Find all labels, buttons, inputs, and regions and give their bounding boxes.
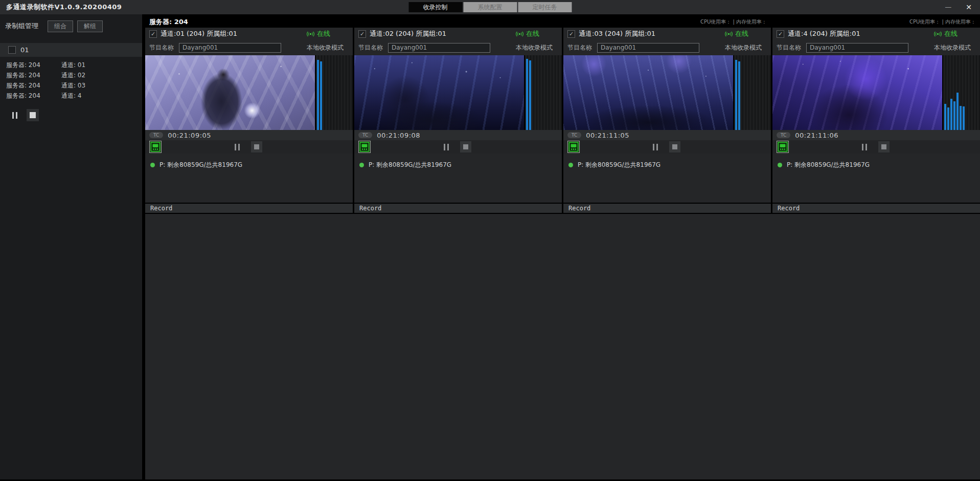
record-button[interactable] bbox=[567, 141, 580, 153]
program-name-input[interactable] bbox=[388, 43, 490, 53]
list-item[interactable]: 服务器: 204 通道: 4 bbox=[0, 91, 142, 101]
resource-usage-label: CPU使用率： | 内存使用率： bbox=[909, 18, 976, 26]
record-deck-icon bbox=[777, 141, 789, 153]
list-item[interactable]: 服务器: 204 通道: 02 bbox=[0, 70, 142, 80]
app-title: 多通道录制软件V1.0.9.20200409 bbox=[0, 3, 122, 12]
panel-header: CPU使用率： | 内存使用率： bbox=[563, 16, 771, 28]
channel-text: 通道: 4 bbox=[61, 92, 82, 100]
channel-checkbox[interactable]: ✓ bbox=[358, 30, 366, 38]
stop-button[interactable] bbox=[669, 141, 680, 152]
timecode-value: 00:21:11:05 bbox=[586, 132, 629, 139]
stop-icon bbox=[463, 144, 468, 149]
stop-button[interactable] bbox=[251, 141, 262, 152]
meter-bar bbox=[735, 60, 737, 130]
server-name-label: 服务器: 204 bbox=[149, 17, 188, 27]
group-checkbox[interactable] bbox=[8, 46, 16, 54]
program-name-input[interactable] bbox=[179, 43, 281, 53]
stop-button[interactable] bbox=[460, 141, 471, 152]
group-row[interactable]: 01 bbox=[0, 43, 142, 57]
close-icon[interactable]: ✕ bbox=[966, 0, 972, 14]
video-preview bbox=[563, 55, 733, 130]
signal-icon bbox=[725, 31, 733, 37]
audio-meter bbox=[943, 55, 980, 130]
meter-bar bbox=[963, 106, 965, 130]
pause-button[interactable] bbox=[12, 112, 17, 119]
program-name-label: 节目名称 bbox=[149, 43, 174, 52]
ungroup-button[interactable]: 解组 bbox=[77, 20, 103, 32]
channel-checkbox[interactable]: ✓ bbox=[777, 30, 784, 38]
tab-scheduled-tasks[interactable]: 定时任务 bbox=[518, 2, 572, 12]
online-label: 在线 bbox=[317, 29, 330, 38]
online-status: 在线 bbox=[725, 29, 771, 38]
tab-capture-control[interactable]: 收录控制 bbox=[408, 2, 462, 12]
disk-status-icon bbox=[778, 163, 782, 167]
stop-button[interactable] bbox=[27, 109, 39, 121]
disk-status-row: P: 剩余80859G/总共81967G bbox=[145, 161, 353, 169]
channel-title-row: ✓ 通道:03 (204) 所属组:01 在线 bbox=[563, 28, 771, 40]
video-section bbox=[145, 55, 353, 130]
pause-button[interactable] bbox=[444, 144, 449, 150]
timecode-row: TC 00:21:09:05 bbox=[145, 130, 353, 140]
video-section bbox=[772, 55, 980, 130]
list-item[interactable]: 服务器: 204 通道: 01 bbox=[0, 60, 142, 70]
program-name-input[interactable] bbox=[806, 43, 908, 53]
main-area: 服务器: 204 ✓ 通道:01 (204) 所属组:01 在线 节目名称 本地… bbox=[145, 14, 980, 479]
pause-button[interactable] bbox=[235, 144, 240, 150]
meter-bar bbox=[944, 104, 946, 130]
record-mode-label: 本地收录模式 bbox=[307, 43, 353, 52]
status-bar: Record bbox=[145, 203, 353, 213]
tc-badge: TC bbox=[567, 132, 581, 138]
status-label: Record bbox=[568, 205, 590, 212]
meter-bar bbox=[956, 93, 959, 130]
record-button[interactable] bbox=[358, 141, 371, 153]
sidebar-title: 录制组管理 bbox=[5, 21, 38, 31]
online-label: 在线 bbox=[526, 29, 539, 38]
channel-checkbox[interactable]: ✓ bbox=[149, 30, 157, 38]
record-mode-label: 本地收录模式 bbox=[934, 43, 980, 52]
record-button[interactable] bbox=[149, 141, 162, 153]
pause-button[interactable] bbox=[653, 144, 658, 150]
timecode-row: TC 00:21:11:06 bbox=[772, 130, 980, 140]
program-name-label: 节目名称 bbox=[777, 43, 801, 52]
pause-button[interactable] bbox=[862, 144, 867, 150]
timecode-value: 00:21:09:08 bbox=[377, 132, 420, 139]
transport-controls bbox=[563, 140, 771, 154]
channel-title: 通道:03 (204) 所属组:01 bbox=[579, 29, 655, 38]
transport-controls bbox=[145, 140, 353, 154]
combine-button[interactable]: 组合 bbox=[48, 20, 73, 32]
video-preview bbox=[145, 55, 315, 130]
stop-icon bbox=[254, 144, 259, 149]
panel-spacer bbox=[772, 169, 980, 203]
status-bar: Record bbox=[563, 203, 771, 213]
channel-text: 通道: 03 bbox=[61, 81, 85, 90]
channel-panels: 服务器: 204 ✓ 通道:01 (204) 所属组:01 在线 节目名称 本地… bbox=[145, 14, 980, 214]
minimize-icon[interactable]: — bbox=[945, 0, 951, 14]
status-bar: Record bbox=[354, 203, 562, 213]
disk-status-icon bbox=[150, 163, 155, 167]
channel-text: 通道: 01 bbox=[61, 61, 85, 70]
meter-bar bbox=[947, 107, 949, 130]
video-preview bbox=[772, 55, 942, 130]
channel-title-row: ✓ 通道:4 (204) 所属组:01 在线 bbox=[772, 28, 980, 40]
panel-spacer bbox=[354, 169, 562, 203]
sidebar-header: 录制组管理 组合 解组 bbox=[0, 14, 142, 38]
tc-badge: TC bbox=[358, 132, 372, 138]
list-item[interactable]: 服务器: 204 通道: 03 bbox=[0, 80, 142, 91]
channel-checkbox[interactable]: ✓ bbox=[567, 30, 575, 38]
channel-title: 通道:4 (204) 所属组:01 bbox=[788, 29, 860, 38]
record-button[interactable] bbox=[777, 141, 789, 153]
tab-system-config[interactable]: 系统配置 bbox=[463, 2, 517, 12]
record-group-sidebar: 录制组管理 组合 解组 01 服务器: 204 通道: 01 服务器: 204 … bbox=[0, 14, 144, 479]
stop-button[interactable] bbox=[878, 141, 890, 152]
online-status: 在线 bbox=[516, 29, 562, 38]
meter-bar bbox=[950, 99, 952, 130]
program-name-input[interactable] bbox=[597, 43, 699, 53]
tc-badge: TC bbox=[777, 132, 790, 138]
server-text: 服务器: 204 bbox=[6, 81, 61, 90]
program-row: 节目名称 本地收录模式 bbox=[563, 40, 771, 55]
main-tabs: 收录控制 系统配置 定时任务 bbox=[408, 2, 572, 12]
disk-status-icon bbox=[568, 163, 573, 167]
transport-controls bbox=[354, 140, 562, 154]
program-name-label: 节目名称 bbox=[358, 43, 383, 52]
stop-icon bbox=[30, 112, 36, 118]
